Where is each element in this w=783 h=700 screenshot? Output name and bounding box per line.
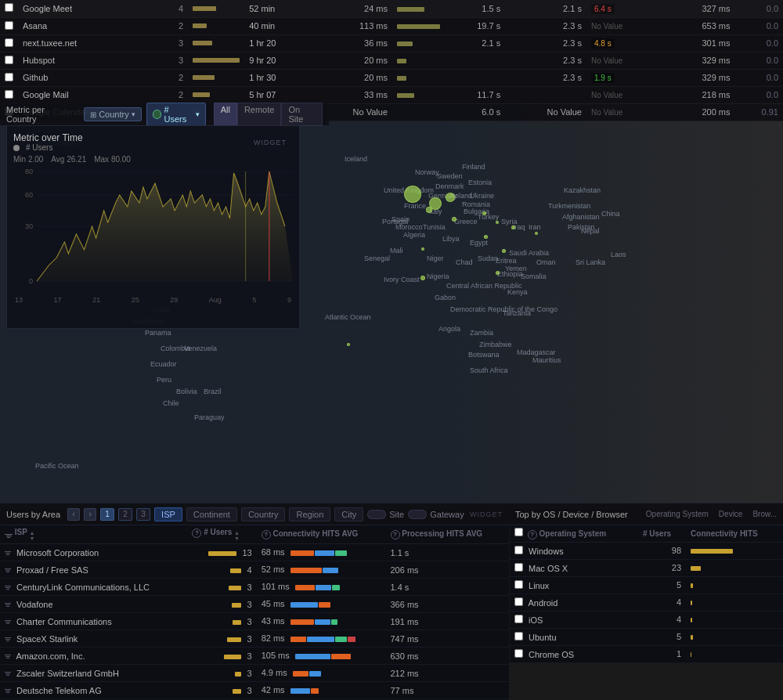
isp-name: CenturyLink Communications, LLC: [0, 579, 187, 596]
map-bubble: [426, 207, 432, 213]
os-row-checkbox[interactable]: [514, 597, 523, 606]
site-toggle[interactable]: Site: [367, 510, 404, 519]
users-count: 2: [162, 69, 188, 86]
isp-proc: 206 ms: [386, 561, 510, 579]
top-table-row: Hubspot 3 9 hr 20 20 ms 2.3 s No Value 3…: [0, 52, 783, 69]
users-sort[interactable]: ▲▼: [234, 530, 240, 541]
os-row-checkbox[interactable]: [514, 649, 523, 658]
isp-conn: 43 ms: [257, 613, 386, 630]
isp-table-row: CenturyLink Communications, LLC 3 101 ms…: [0, 579, 509, 596]
tab-onsite[interactable]: On Site: [281, 103, 323, 126]
top-table-row: Asana 2 40 min 113 ms 19.7 s 2.3 s No Va…: [0, 17, 783, 34]
conn-seg: [307, 637, 334, 642]
top-os-title: Top by OS / Device / Browser: [515, 510, 642, 519]
val4: 200 ms: [666, 103, 734, 121]
os-users: 23: [638, 559, 686, 576]
page-2-btn[interactable]: 2: [118, 508, 132, 521]
lat-bar: [397, 24, 440, 29]
next-page-btn[interactable]: ›: [84, 508, 96, 521]
user-bar: [188, 69, 244, 86]
user-bar: [188, 34, 244, 52]
users-count: 2: [162, 86, 188, 103]
row-checkbox[interactable]: [0, 34, 18, 52]
bar: [193, 6, 216, 11]
isp-data-table: ISP ▲▼ ? # Users ▲▼ ? Connectivity HITS …: [0, 525, 509, 700]
top-table-row: next.tuxee.net 3 1 hr 20 36 ms 2.1 s 2.3…: [0, 34, 783, 52]
user-bar: [188, 86, 244, 103]
val5: 0.0: [734, 52, 783, 69]
os-bar: [691, 601, 692, 605]
page-1-btn[interactable]: 1: [100, 508, 114, 521]
isp-filter-icon: [5, 603, 11, 607]
conn-seg: [295, 654, 330, 659]
page-3-btn[interactable]: 3: [136, 508, 150, 521]
isp-proc: 212 ms: [386, 665, 510, 682]
top-table-row: Google Meet 4 52 min 24 ms 1.5 s 2.1 s 6…: [0, 0, 783, 17]
tab-region[interactable]: Region: [289, 507, 330, 521]
isp-conn: 45 ms: [257, 596, 386, 613]
isp-conn: 52 ms: [257, 561, 386, 579]
isp-proc: 191 ms: [386, 613, 510, 630]
bar: [193, 92, 210, 97]
prev-page-btn[interactable]: ‹: [67, 508, 80, 521]
users-bar: [208, 551, 236, 556]
latency-value: 20 ms: [311, 69, 392, 86]
conn-col-header: ? Connectivity HITS AVG: [257, 525, 386, 544]
os-name: Windows: [510, 542, 638, 559]
proc-question-icon: ?: [391, 530, 400, 539]
users-bar: [233, 689, 241, 694]
site-name: Asana: [18, 17, 162, 34]
os-conn-bar: [686, 645, 783, 662]
map-bubble: [420, 276, 425, 280]
isp-proc: 1.4 s: [386, 579, 510, 596]
users-dropdown[interactable]: # Users ▾: [146, 103, 206, 126]
tab-continent[interactable]: Continent: [186, 507, 237, 521]
val2: 2.3 s: [505, 52, 586, 69]
gateway-toggle[interactable]: Gateway: [408, 510, 464, 519]
row-checkbox[interactable]: [0, 0, 18, 17]
os-conn-bar: [686, 611, 783, 628]
time-value: 1 hr 30: [244, 69, 311, 86]
os-row-checkbox[interactable]: [514, 563, 523, 572]
os-name: iOS: [510, 611, 638, 628]
val4: 653 ms: [666, 17, 734, 34]
tab-country[interactable]: Country: [241, 507, 286, 521]
os-users-header: # Users: [638, 525, 686, 542]
os-select-all[interactable]: [514, 528, 523, 536]
filter-icon[interactable]: [5, 534, 13, 538]
users-count: 3: [162, 34, 188, 52]
isp-users: 13: [187, 544, 256, 561]
isp-name: Deutsche Telekom AG: [0, 682, 187, 699]
row-checkbox[interactable]: [0, 86, 18, 103]
tab-remote[interactable]: Remote: [237, 103, 282, 126]
row-checkbox[interactable]: [0, 17, 18, 34]
row-checkbox[interactable]: [0, 52, 18, 69]
os-row-checkbox[interactable]: [514, 546, 523, 554]
latency-bar: [392, 52, 445, 69]
os-col-2: Device: [719, 510, 743, 518]
tab-city[interactable]: City: [334, 507, 363, 521]
row-checkbox[interactable]: [0, 69, 18, 86]
val2: 2.3 s: [505, 69, 586, 86]
os-row-checkbox[interactable]: [514, 632, 523, 640]
country-dropdown[interactable]: ⊞ Country ▾: [84, 107, 142, 121]
isp-sort[interactable]: ▲▼: [30, 530, 35, 541]
tab-isp[interactable]: ISP: [154, 507, 182, 521]
isp-filter-icon: [5, 655, 11, 659]
bar: [193, 23, 207, 28]
val5: 0.0: [734, 86, 783, 103]
isp-name: Zscaler Switzerland GmbH: [0, 665, 187, 682]
site-name: Github: [18, 69, 162, 86]
site-toggle-label: Site: [389, 510, 404, 519]
stat-max: Max 80.00: [94, 155, 131, 164]
val3: 1.9 s: [586, 69, 666, 86]
conn-seg: [293, 671, 309, 677]
os-row-checkbox[interactable]: [514, 580, 523, 589]
isp-filter-icon: [5, 689, 11, 693]
svg-text:0: 0: [29, 277, 33, 285]
tab-all[interactable]: All: [214, 103, 237, 126]
gateway-toggle-label: Gateway: [430, 510, 464, 519]
os-bar: [691, 618, 692, 622]
os-table-row: Windows 98: [510, 542, 783, 559]
os-row-checkbox[interactable]: [514, 615, 523, 623]
